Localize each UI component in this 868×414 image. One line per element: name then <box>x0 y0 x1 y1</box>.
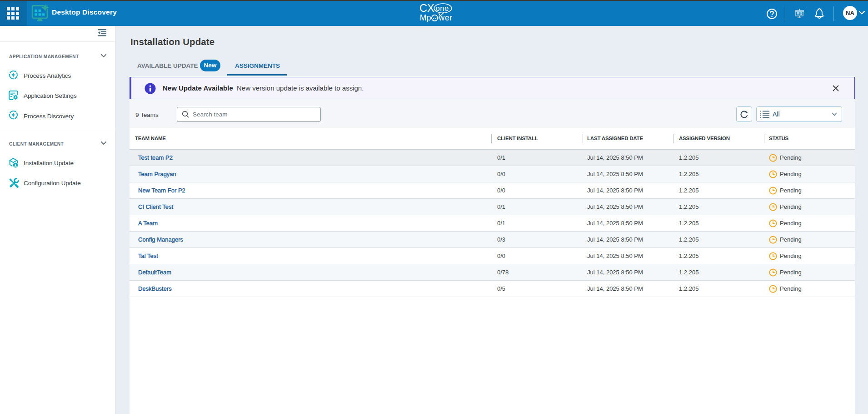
svg-text:CX: CX <box>419 2 434 14</box>
svg-text:one: one <box>436 4 449 12</box>
svg-text:Mp: Mp <box>420 13 431 22</box>
svg-text:wer: wer <box>439 13 453 22</box>
